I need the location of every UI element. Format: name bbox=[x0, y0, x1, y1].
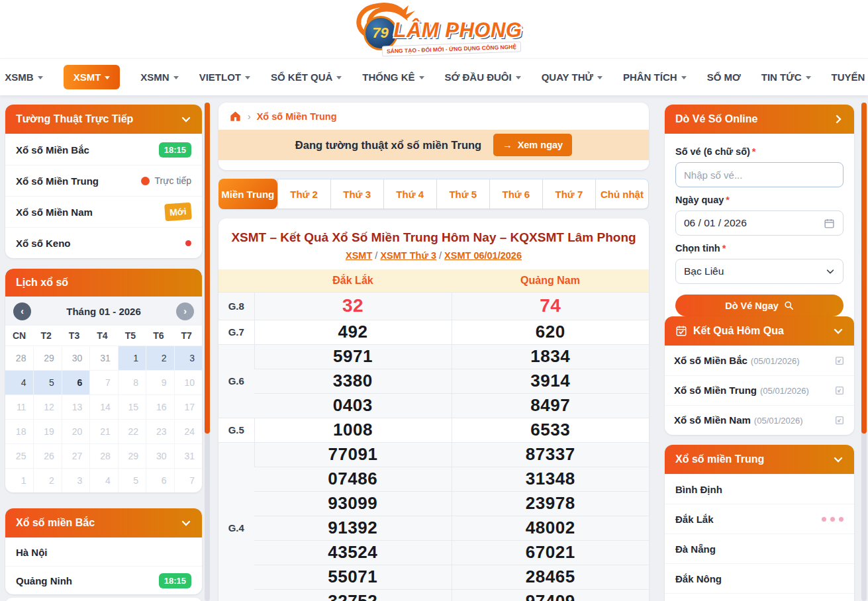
breadcrumb: › Xổ số Miền Trung bbox=[218, 103, 649, 130]
site-logo[interactable]: 79 LÂM PHONG SÁNG TẠO - ĐỔI MỚI - ỨNG DỤ… bbox=[352, 1, 517, 57]
calendar-day[interactable]: 19 bbox=[33, 419, 61, 443]
scrollbar-thumb[interactable] bbox=[205, 103, 210, 434]
calendar-day[interactable]: 5 bbox=[33, 370, 61, 394]
mien-trung-panel-header[interactable]: Xổ số miền Trung bbox=[665, 445, 854, 474]
tab-thu-5[interactable]: Thứ 5 bbox=[436, 179, 489, 208]
calendar-day[interactable]: 28 bbox=[5, 346, 33, 370]
calendar-day[interactable]: 12 bbox=[33, 394, 61, 419]
calendar-day[interactable]: 11 bbox=[5, 394, 33, 419]
yesterday-panel-header[interactable]: Kết Quả Hôm Qua bbox=[665, 316, 854, 346]
calendar-day[interactable]: 29 bbox=[33, 346, 61, 370]
calendar-prev-button[interactable]: ‹ bbox=[13, 302, 31, 320]
nav-so-dau-duoi[interactable]: SỚ ĐẦU ĐUÔI bbox=[445, 71, 521, 83]
nav-label: SỔ KẾT QUẢ bbox=[271, 71, 332, 83]
tab-thu-2[interactable]: Thứ 2 bbox=[277, 179, 330, 208]
link-xsmt[interactable]: XSMT bbox=[346, 250, 372, 261]
yesterday-item-mien-nam[interactable]: Xổ số Miền Nam(05/01/2026) bbox=[665, 405, 854, 435]
nav-thong-ke[interactable]: THỐNG KÊ bbox=[362, 71, 424, 83]
calendar-day[interactable]: 5 bbox=[118, 468, 146, 492]
watch-now-button[interactable]: → Xem ngay bbox=[493, 134, 572, 156]
live-item-mien-nam[interactable]: Xổ số Miền Nam Mới bbox=[5, 196, 202, 227]
mien-bac-panel-header[interactable]: Xổ số miền Bắc bbox=[5, 508, 202, 537]
nav-so-mo[interactable]: SỔ MƠ bbox=[707, 71, 741, 83]
calendar-day[interactable]: 30 bbox=[62, 346, 89, 370]
calendar-day[interactable]: 3 bbox=[62, 468, 89, 492]
link-separator: / bbox=[375, 250, 377, 261]
calendar-day[interactable]: 24 bbox=[174, 419, 202, 443]
link-xsmt-thu3[interactable]: XSMT Thứ 3 bbox=[380, 250, 436, 261]
tab-thu-6[interactable]: Thứ 6 bbox=[489, 179, 542, 208]
ticket-number-input[interactable] bbox=[675, 162, 844, 187]
calendar-day[interactable]: 23 bbox=[146, 419, 173, 443]
nav-tin-tuc[interactable]: TIN TỨC bbox=[761, 71, 811, 83]
mb-item-quang-ninh[interactable]: Quảng Ninh 18:15 bbox=[5, 566, 202, 594]
calendar-day[interactable]: 13 bbox=[62, 394, 89, 419]
home-icon[interactable] bbox=[229, 110, 242, 122]
scrollbar-thumb[interactable] bbox=[861, 103, 867, 434]
live-item-keno[interactable]: Xổ số Keno bbox=[5, 227, 202, 258]
calendar-day[interactable]: 14 bbox=[89, 394, 117, 419]
calendar-day[interactable]: 1 bbox=[118, 346, 146, 370]
calendar-day[interactable]: 31 bbox=[89, 346, 117, 370]
calendar-day[interactable]: 16 bbox=[146, 394, 173, 419]
calendar-day-today[interactable]: 6 bbox=[62, 370, 89, 394]
calendar-day[interactable]: 8 bbox=[118, 370, 146, 394]
mt-item-da-nang[interactable]: Đà Nẵng bbox=[665, 533, 854, 563]
nav-quay-thu[interactable]: QUAY THỬ bbox=[542, 71, 603, 83]
calendar-day[interactable]: 10 bbox=[174, 370, 202, 394]
calendar-day[interactable]: 17 bbox=[174, 394, 202, 419]
nav-tuyen-dung[interactable]: TUYỂN DỤNG bbox=[832, 71, 868, 83]
mt-item-binh-dinh[interactable]: Bình Định bbox=[665, 474, 854, 504]
nav-so-ket-qua[interactable]: SỔ KẾT QUẢ bbox=[271, 71, 342, 83]
nav-xsmb[interactable]: XSMB bbox=[5, 71, 42, 83]
nav-xsmn[interactable]: XSMN bbox=[140, 71, 178, 83]
calendar-day[interactable]: 7 bbox=[174, 468, 202, 492]
breadcrumb-current[interactable]: Xổ số Miền Trung bbox=[257, 111, 337, 122]
mt-item-dak-nong[interactable]: Đắk Nông bbox=[665, 563, 854, 593]
nav-xsmt[interactable]: XSMT bbox=[64, 65, 121, 89]
tab-thu-3[interactable]: Thứ 3 bbox=[330, 179, 383, 208]
calendar-day[interactable]: 4 bbox=[5, 370, 33, 394]
calendar-day[interactable]: 3 bbox=[174, 346, 202, 370]
mt-item-dak-lak[interactable]: Đắk Lắk bbox=[665, 504, 854, 533]
calendar-day[interactable]: 27 bbox=[62, 443, 89, 468]
calendar-next-button[interactable]: › bbox=[176, 302, 194, 320]
calendar-day[interactable]: 4 bbox=[89, 468, 117, 492]
yesterday-item-mien-trung[interactable]: Xổ số Miền Trung(05/01/2026) bbox=[665, 375, 854, 405]
link-xsmt-date[interactable]: XSMT 06/01/2026 bbox=[444, 250, 522, 261]
calendar-day[interactable]: 20 bbox=[62, 419, 89, 443]
ticket-check-header[interactable]: Dò Vé Số Online bbox=[665, 105, 854, 134]
calendar-day[interactable]: 2 bbox=[33, 468, 61, 492]
nav-vietlot[interactable]: VIETLOT bbox=[199, 71, 250, 83]
live-panel-header[interactable]: Tường Thuật Trực Tiếp bbox=[5, 105, 202, 134]
calendar-day[interactable]: 21 bbox=[89, 419, 117, 443]
province-select[interactable]: Bạc Liêu bbox=[675, 259, 844, 284]
calendar-day[interactable]: 2 bbox=[146, 346, 173, 370]
mb-item-ha-noi[interactable]: Hà Nội bbox=[5, 537, 202, 566]
live-item-mien-trung[interactable]: Xổ số Miền Trung Trực tiếp bbox=[5, 165, 202, 196]
calendar-day[interactable]: 1 bbox=[5, 468, 33, 492]
yesterday-item-mien-bac[interactable]: Xổ số Miền Bắc(05/01/2026) bbox=[665, 346, 854, 375]
tab-thu-4[interactable]: Thứ 4 bbox=[383, 179, 436, 208]
nav-phan-tich[interactable]: PHÂN TÍCH bbox=[623, 71, 687, 83]
mt-item-gia-lai[interactable]: Gia Lai bbox=[665, 593, 854, 601]
calendar-day[interactable]: 25 bbox=[5, 443, 33, 468]
calendar-day[interactable]: 31 bbox=[174, 443, 202, 468]
tab-mien-trung[interactable]: Miền Trung bbox=[218, 179, 277, 209]
required-mark: * bbox=[726, 195, 730, 205]
calendar-day[interactable]: 26 bbox=[33, 443, 61, 468]
check-ticket-button[interactable]: Dò Vé Ngay bbox=[675, 295, 844, 316]
calendar-day[interactable]: 9 bbox=[146, 370, 173, 394]
calendar-day[interactable]: 29 bbox=[118, 443, 146, 468]
tab-chu-nhat[interactable]: Chủ nhật bbox=[595, 179, 648, 208]
tab-thu-7[interactable]: Thứ 7 bbox=[542, 179, 595, 208]
calendar-day[interactable]: 28 bbox=[89, 443, 117, 468]
calendar-day[interactable]: 7 bbox=[89, 370, 117, 394]
calendar-day[interactable]: 30 bbox=[146, 443, 173, 468]
draw-date-input[interactable]: 06 / 01 / 2026 bbox=[675, 210, 844, 236]
calendar-day[interactable]: 15 bbox=[118, 394, 146, 419]
calendar-day[interactable]: 6 bbox=[146, 468, 173, 492]
live-item-mien-bac[interactable]: Xổ số Miền Bắc 18:15 bbox=[5, 134, 202, 165]
calendar-day[interactable]: 22 bbox=[118, 419, 146, 443]
calendar-day[interactable]: 18 bbox=[5, 419, 33, 443]
